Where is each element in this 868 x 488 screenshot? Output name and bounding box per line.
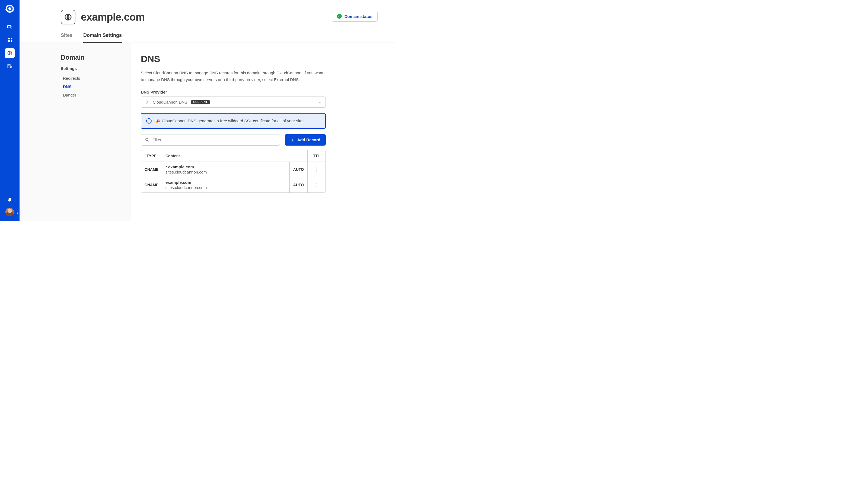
nav-org-settings-icon[interactable]	[5, 61, 14, 71]
svg-rect-7	[8, 40, 9, 41]
settings-section-label: Settings	[61, 66, 130, 71]
settings-nav-heading: Domain	[61, 54, 130, 61]
chevron-down-icon: ⌄	[319, 100, 322, 104]
record-name: *.example.com	[165, 165, 286, 169]
sidebar-rail: ▶	[0, 0, 20, 221]
domain-status-label: Domain status	[344, 14, 372, 19]
dns-provider-select[interactable]: ⚡ CloudCannon DNS CURRENT ⌄	[141, 97, 326, 108]
tab-domain-settings[interactable]: Domain Settings	[83, 33, 122, 43]
nav-domains-icon[interactable]	[5, 48, 14, 58]
svg-rect-6	[11, 38, 12, 39]
record-actions-menu[interactable]: ⋮	[308, 177, 326, 193]
table-header: TYPE Content TTL	[141, 150, 326, 162]
table-row: CNAME *.example.com sites.cloudcannon.co…	[141, 162, 326, 177]
page-title: example.com	[81, 11, 145, 23]
svg-rect-4	[8, 38, 9, 39]
tab-sites[interactable]: Sites	[61, 33, 72, 42]
header-content: Content	[162, 150, 308, 162]
provider-current-badge: CURRENT	[191, 100, 210, 104]
info-message: 🎉 CloudCannon DNS generates a free wildc…	[155, 119, 306, 123]
record-type: CNAME	[141, 177, 162, 193]
brand-logo[interactable]	[5, 4, 14, 13]
status-check-icon: ✓	[337, 14, 342, 19]
user-avatar[interactable]	[5, 208, 14, 216]
record-actions-menu[interactable]: ⋮	[308, 162, 326, 177]
svg-rect-12	[11, 41, 12, 42]
nav-devices-icon[interactable]	[5, 22, 14, 32]
tabs: Sites Domain Settings	[20, 24, 395, 43]
filter-input[interactable]	[152, 137, 276, 142]
svg-rect-5	[9, 38, 10, 39]
bolt-icon: ⚡	[145, 100, 150, 104]
svg-rect-8	[9, 40, 10, 41]
svg-point-1	[8, 7, 11, 10]
panel-title: DNS	[141, 54, 362, 64]
nav-link-danger[interactable]: Danger	[61, 91, 130, 99]
svg-rect-10	[8, 41, 9, 42]
search-icon	[145, 137, 150, 142]
records-table: TYPE Content TTL CNAME *.example.com sit…	[141, 150, 326, 193]
filter-input-wrapper	[141, 134, 280, 145]
info-icon: i	[146, 118, 152, 124]
header-ttl: TTL	[308, 150, 326, 162]
table-row: CNAME example.com sites.cloudcannon.com …	[141, 177, 326, 193]
nav-apps-icon[interactable]	[5, 35, 14, 45]
domain-status-button[interactable]: ✓ Domain status	[332, 11, 378, 22]
plus-icon: ＋	[290, 137, 295, 143]
panel-description: Select CloudCannon DNS to manage DNS rec…	[141, 70, 325, 83]
nav-link-dns[interactable]: DNS	[61, 83, 130, 91]
svg-rect-3	[11, 26, 12, 29]
add-record-label: Add Record	[297, 137, 320, 142]
nav-link-redirects[interactable]: Redirects	[61, 74, 130, 83]
record-ttl: AUTO	[290, 177, 308, 193]
notifications-icon[interactable]	[7, 197, 12, 203]
provider-field-label: DNS Provider	[141, 90, 362, 94]
svg-point-15	[10, 67, 12, 68]
record-type: CNAME	[141, 162, 162, 177]
avatar-caret-icon: ▶	[17, 212, 19, 214]
svg-rect-2	[8, 26, 11, 28]
dns-panel: DNS Select CloudCannon DNS to manage DNS…	[130, 43, 395, 221]
svg-rect-11	[9, 41, 10, 42]
record-ttl: AUTO	[290, 162, 308, 177]
globe-icon	[61, 10, 75, 24]
svg-rect-9	[11, 40, 12, 41]
header-type: TYPE	[141, 150, 162, 162]
info-banner: i 🎉 CloudCannon DNS generates a free wil…	[141, 113, 326, 129]
add-record-button[interactable]: ＋ Add Record	[285, 134, 326, 145]
settings-nav: Domain Settings Redirects DNS Danger	[39, 43, 130, 221]
record-name: example.com	[165, 180, 286, 185]
record-value: sites.cloudcannon.com	[165, 170, 286, 174]
provider-selected-label: CloudCannon DNS	[153, 100, 187, 104]
record-value: sites.cloudcannon.com	[165, 185, 286, 190]
svg-point-17	[146, 138, 148, 141]
